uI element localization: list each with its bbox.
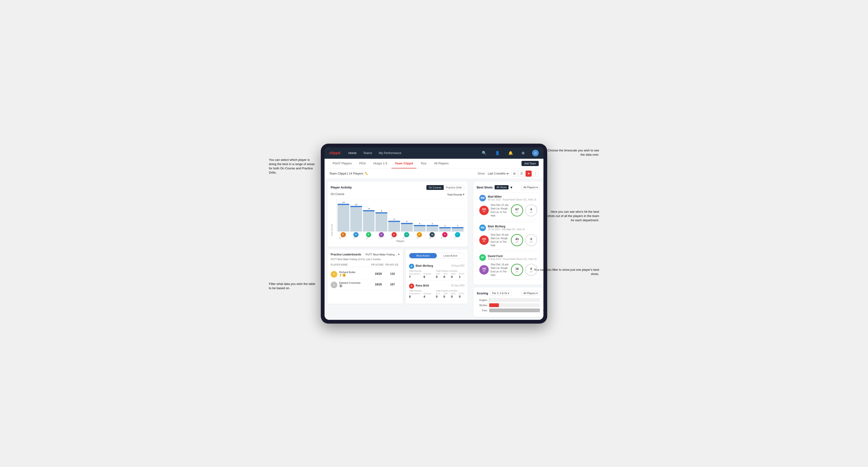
avatar-group-7: MM. Miller	[426, 231, 438, 239]
player-info-1: R Richard Butler 🏆 1	[331, 270, 371, 278]
heart-view-btn[interactable]: ♥	[526, 170, 532, 177]
settings-icon[interactable]: ⊕	[522, 151, 525, 155]
table-row[interactable]: E Edward Crossman 2 18/20 107	[331, 279, 400, 290]
on-course-toggle[interactable]: On Course	[427, 185, 444, 190]
activities-sub: GTT 0 APP 0	[436, 273, 464, 279]
chart-section-row: On Course Total Rounds ▾	[331, 192, 464, 197]
practice-drills-toggle[interactable]: Practice Drills	[444, 185, 464, 190]
bar-group-2: 10	[363, 199, 375, 231]
active-player-1-stats: Total Rounds Tournament 7 Practice	[409, 270, 464, 279]
y-axis-label: Total Rounds	[331, 198, 333, 236]
shot-chevron-3: ›	[536, 264, 537, 268]
shot-player-avatar-2: BM	[479, 224, 486, 231]
users-icon[interactable]: 👤	[495, 151, 500, 155]
avatar-group-4: EE. Ebert	[388, 231, 400, 239]
annotation-mid-right: Here you can see who's hit the best shot…	[547, 210, 599, 223]
sub-nav: PGAT Players PGA Hcaps 1-5 Team Clippd T…	[324, 159, 544, 168]
bar-group-4: 5	[388, 199, 400, 231]
bars-container: 1312109543322	[336, 198, 464, 231]
scoring-bars: Eagles3Birdies96Pars499	[477, 298, 540, 312]
nav-teams[interactable]: Teams	[363, 150, 373, 156]
bell-icon[interactable]: 🔔	[508, 151, 513, 155]
annotation-bottom-right: You can also filter to show just one pla…	[533, 268, 599, 276]
bottom-panels: Practice Leaderboards PUTT Must Make Put…	[328, 250, 468, 304]
leaderboard-subtitle: PUTT Must Make Putting (3-6 ft), Last 3 …	[331, 258, 400, 261]
add-team-button[interactable]: Add Team	[522, 161, 539, 166]
tab-tour[interactable]: Tour	[417, 159, 430, 168]
least-active-btn[interactable]: Least Active	[437, 253, 464, 258]
settings-view-btn[interactable]: ⋮	[533, 170, 539, 177]
time-select[interactable]: Last 3 months Last 6 months Last year	[487, 172, 509, 176]
shots-type-toggle: All Shots	[495, 185, 508, 189]
shot-card-2[interactable]: BM Blair McHarg 23 Jul 2023 · Ashridge G…	[477, 222, 540, 250]
shot-metric-yds-2: 43 yds	[511, 234, 523, 246]
all-shots-btn[interactable]: All Shots	[495, 185, 508, 189]
most-active-toggle: Most Active Least Active	[409, 253, 464, 258]
rounds-stat-2: Total Rounds Tournament 8 Practice	[409, 290, 431, 299]
nav-home[interactable]: Home	[348, 150, 357, 156]
best-shots-header: Best Shots All Shots ▾ All Players ▾	[477, 185, 540, 190]
table-row[interactable]: R Richard Butler 🏆 1 1	[331, 269, 400, 279]
player-info-2: E Edward Crossman 2	[331, 281, 371, 288]
tab-pga[interactable]: PGA	[356, 159, 369, 168]
show-label: Show:	[478, 172, 486, 175]
annotation-top-left: You can select which player is doing the…	[269, 158, 316, 175]
tab-all-players[interactable]: All Players	[431, 159, 452, 168]
edit-icon[interactable]: ✏️	[365, 172, 368, 175]
most-active-btn[interactable]: Most Active	[409, 253, 437, 258]
active-player-1-avatar: B	[409, 264, 414, 269]
left-panels: Player Activity On Course Practice Drill…	[324, 179, 470, 320]
chart-section-title: On Course	[331, 192, 344, 196]
player-filter[interactable]: All Players ▾	[521, 185, 540, 190]
tab-pgat-players[interactable]: PGAT Players	[329, 159, 355, 168]
tab-team-clippd[interactable]: Team Clippd	[392, 159, 416, 168]
bar-group-0: 13	[338, 199, 349, 231]
user-avatar[interactable]: U	[532, 150, 539, 156]
grid-view-btn[interactable]: ⊞	[512, 170, 518, 177]
pb-score-1: 19/20	[371, 272, 385, 276]
bar-group-6: 3	[414, 199, 426, 231]
bar-group-3: 9	[375, 199, 387, 231]
bar-group-5: 4	[401, 199, 413, 231]
leaderboard-dropdown[interactable]: PUTT Must Make Putting ... ▾	[366, 253, 400, 256]
avatar-group-5: GG. Billingham	[401, 231, 413, 239]
rank-badge-2: E	[331, 282, 337, 288]
shot-card-3[interactable]: DF David Ford 24 Aug 2023 · Royal North …	[477, 252, 540, 280]
shot-player-avatar-1: MM	[479, 195, 486, 201]
search-icon[interactable]: 🔍	[482, 151, 487, 155]
tournament-val: 7	[409, 275, 420, 279]
leaderboard-title: Practice Leaderboards	[331, 253, 361, 256]
shot-player-row-2: BM Blair McHarg 23 Jul 2023 · Ashridge G…	[479, 224, 537, 231]
scoring-filter-2[interactable]: All Players ▾	[521, 291, 540, 296]
scoring-title: Scoring	[477, 291, 488, 295]
rounds-sub: Tournament 7 Practice 6	[409, 273, 431, 279]
avatar-group-2: DD. Ford	[363, 231, 375, 239]
shot-stats-row-2: 200 SG Shot Dist: 43 yds Start Lie: Roug…	[479, 233, 537, 247]
active-player-2-name: R Rees Britt	[409, 283, 429, 289]
annotation-bottom-left: Filter what data you wish the table to b…	[269, 282, 316, 290]
player-activity-header: Player Activity On Course Practice Drill…	[331, 185, 464, 190]
avatar-group-8: EE. Crossman	[439, 231, 451, 239]
shot-card-1[interactable]: MM Matt Miller 09 Jun 2023 · Royal North…	[477, 192, 540, 220]
annotation-top-right: Choose the timescale you wish to see the…	[547, 148, 599, 157]
shot-metric-yds-3: 16 yds	[511, 264, 523, 276]
scoring-filter-1[interactable]: Par 3, 4 & 5s ▾	[490, 291, 512, 296]
active-player-1-name: B Blair McHarg	[409, 263, 433, 269]
scoring-bar-eagles: Eagles3	[477, 298, 540, 302]
team-name: Team Clippd | 14 Players	[329, 172, 363, 175]
player-name-2: Edward Crossman	[339, 281, 361, 284]
tab-hcaps[interactable]: Hcaps 1-5	[370, 159, 391, 168]
chart-dropdown[interactable]: Total Rounds ▾	[447, 193, 464, 196]
shot-player-info-1: Matt Miller 09 Jun 2023 · Royal North De…	[488, 195, 536, 201]
shot-player-row-3: DF David Ford 24 Aug 2023 · Royal North …	[479, 254, 537, 261]
nav-my-performance[interactable]: My Performance	[378, 150, 402, 156]
app-col: APP 0	[443, 273, 448, 279]
tournament-label: Tournament	[409, 273, 420, 275]
activities-label: Total Practice Activities	[436, 270, 464, 272]
shot-player-avatar-3: DF	[479, 254, 486, 261]
shot-stats-row-3: 198 SG Shot Dist: 16 yds Start Lie: Roug…	[479, 263, 537, 277]
list-view-btn[interactable]: ☰	[519, 170, 525, 177]
activities-stat: Total Practice Activities GTT 0 APP	[436, 270, 464, 279]
player-avatars-row: BB. McHargRR. BrittDD. FordJJ. ColesEE. …	[336, 231, 464, 239]
active-player-2-date: 02 Sep 2023	[451, 284, 464, 287]
